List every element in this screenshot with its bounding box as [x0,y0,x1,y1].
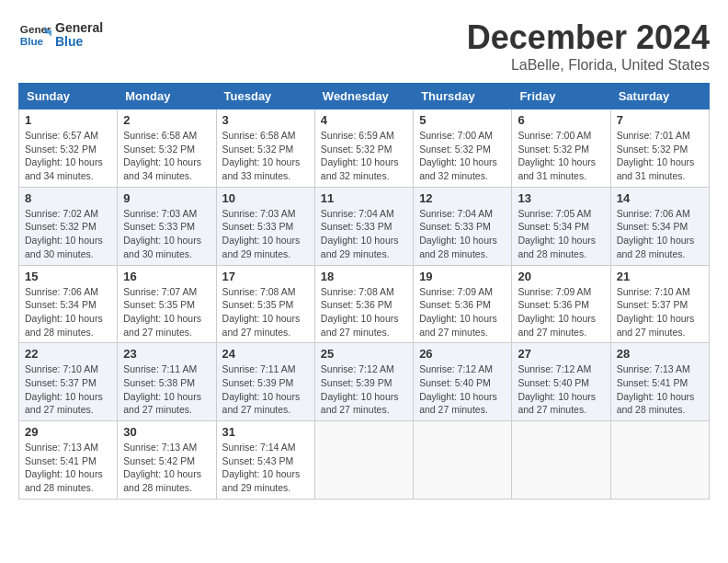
day-info: Sunrise: 7:12 AMSunset: 5:40 PMDaylight:… [518,362,604,417]
location-title: LaBelle, Florida, United States [467,57,710,74]
logo-line1: General [55,21,103,35]
calendar-cell: 16Sunrise: 7:07 AMSunset: 5:35 PMDayligh… [118,265,216,343]
calendar-cell: 26Sunrise: 7:12 AMSunset: 5:40 PMDayligh… [414,343,512,421]
day-number: 10 [222,191,309,205]
calendar-table: SundayMondayTuesdayWednesdayThursdayFrid… [18,83,710,500]
calendar-cell: 21Sunrise: 7:10 AMSunset: 5:37 PMDayligh… [610,265,709,343]
day-number: 27 [518,347,604,361]
day-number: 30 [123,425,210,439]
calendar-cell: 31Sunrise: 7:14 AMSunset: 5:43 PMDayligh… [216,421,314,500]
day-number: 13 [518,191,604,205]
day-number: 31 [222,425,309,439]
day-info: Sunrise: 7:04 AMSunset: 5:33 PMDaylight:… [419,207,506,261]
day-info: Sunrise: 7:02 AMSunset: 5:32 PMDaylight:… [25,207,111,261]
day-number: 18 [321,270,407,283]
day-info: Sunrise: 7:06 AMSunset: 5:34 PMDaylight:… [617,207,703,261]
day-info: Sunrise: 7:09 AMSunset: 5:36 PMDaylight:… [518,285,604,339]
day-number: 26 [419,347,506,361]
calendar-cell: 12Sunrise: 7:04 AMSunset: 5:33 PMDayligh… [414,187,512,265]
day-info: Sunrise: 7:05 AMSunset: 5:34 PMDaylight:… [518,207,604,261]
calendar-cell: 28Sunrise: 7:13 AMSunset: 5:41 PMDayligh… [610,343,709,421]
day-info: Sunrise: 7:08 AMSunset: 5:35 PMDaylight:… [222,285,309,339]
calendar-cell: 3Sunrise: 6:58 AMSunset: 5:32 PMDaylight… [216,109,314,188]
day-info: Sunrise: 7:00 AMSunset: 5:32 PMDaylight:… [419,129,506,183]
calendar-cell: 1Sunrise: 6:57 AMSunset: 5:32 PMDaylight… [19,109,118,188]
day-number: 28 [617,347,703,361]
day-info: Sunrise: 7:13 AMSunset: 5:42 PMDaylight:… [123,441,210,495]
day-info: Sunrise: 7:14 AMSunset: 5:43 PMDaylight:… [222,441,309,495]
calendar-cell: 17Sunrise: 7:08 AMSunset: 5:35 PMDayligh… [216,265,314,343]
logo: General Blue General Blue [18,18,103,52]
svg-text:Blue: Blue [20,35,44,47]
day-info: Sunrise: 7:11 AMSunset: 5:39 PMDaylight:… [222,362,309,417]
day-info: Sunrise: 7:01 AMSunset: 5:32 PMDaylight:… [617,129,703,183]
day-number: 17 [222,270,309,283]
calendar-cell: 5Sunrise: 7:00 AMSunset: 5:32 PMDaylight… [414,109,512,188]
day-info: Sunrise: 6:58 AMSunset: 5:32 PMDaylight:… [222,129,309,183]
day-info: Sunrise: 7:03 AMSunset: 5:33 PMDaylight:… [222,207,309,261]
day-info: Sunrise: 7:12 AMSunset: 5:40 PMDaylight:… [419,362,506,417]
day-number: 21 [617,270,703,283]
calendar-cell: 25Sunrise: 7:12 AMSunset: 5:39 PMDayligh… [314,343,413,421]
day-header-thursday: Thursday [414,84,512,109]
day-info: Sunrise: 7:06 AMSunset: 5:34 PMDaylight:… [25,285,111,339]
calendar-cell [610,421,709,500]
day-info: Sunrise: 7:00 AMSunset: 5:32 PMDaylight:… [518,129,604,183]
calendar-cell: 30Sunrise: 7:13 AMSunset: 5:42 PMDayligh… [118,421,216,500]
day-number: 19 [419,270,506,283]
day-info: Sunrise: 7:13 AMSunset: 5:41 PMDaylight:… [617,362,703,417]
calendar-cell: 4Sunrise: 6:59 AMSunset: 5:32 PMDaylight… [314,109,413,188]
header: General Blue General Blue December 2024 … [18,18,710,74]
day-info: Sunrise: 7:12 AMSunset: 5:39 PMDaylight:… [321,362,407,417]
calendar-cell [414,421,512,500]
day-info: Sunrise: 7:09 AMSunset: 5:36 PMDaylight:… [419,285,506,339]
calendar-cell: 10Sunrise: 7:03 AMSunset: 5:33 PMDayligh… [216,187,314,265]
day-number: 3 [222,113,309,127]
day-number: 24 [222,347,309,361]
day-info: Sunrise: 6:59 AMSunset: 5:32 PMDaylight:… [321,129,407,183]
calendar-cell: 11Sunrise: 7:04 AMSunset: 5:33 PMDayligh… [314,187,413,265]
day-number: 29 [25,425,111,439]
day-number: 11 [321,191,407,205]
day-number: 8 [25,191,111,205]
logo-line2: Blue [55,35,103,49]
day-info: Sunrise: 7:11 AMSunset: 5:38 PMDaylight:… [123,362,210,417]
month-title: December 2024 [467,18,710,57]
day-number: 5 [419,113,506,127]
calendar-cell: 9Sunrise: 7:03 AMSunset: 5:33 PMDaylight… [118,187,216,265]
calendar-cell: 8Sunrise: 7:02 AMSunset: 5:32 PMDaylight… [19,187,118,265]
day-info: Sunrise: 7:10 AMSunset: 5:37 PMDaylight:… [25,362,111,417]
calendar-cell: 7Sunrise: 7:01 AMSunset: 5:32 PMDaylight… [610,109,709,188]
day-number: 1 [25,113,111,127]
day-info: Sunrise: 7:07 AMSunset: 5:35 PMDaylight:… [123,285,210,339]
day-info: Sunrise: 7:08 AMSunset: 5:36 PMDaylight:… [321,285,407,339]
title-area: December 2024 LaBelle, Florida, United S… [467,18,710,74]
calendar-cell: 15Sunrise: 7:06 AMSunset: 5:34 PMDayligh… [19,265,118,343]
day-header-friday: Friday [512,84,610,109]
day-info: Sunrise: 7:03 AMSunset: 5:33 PMDaylight:… [123,207,210,261]
day-number: 20 [518,270,604,283]
calendar-cell: 19Sunrise: 7:09 AMSunset: 5:36 PMDayligh… [414,265,512,343]
calendar-cell: 29Sunrise: 7:13 AMSunset: 5:41 PMDayligh… [19,421,118,500]
calendar-cell: 2Sunrise: 6:58 AMSunset: 5:32 PMDaylight… [118,109,216,188]
calendar-cell: 18Sunrise: 7:08 AMSunset: 5:36 PMDayligh… [314,265,413,343]
day-header-wednesday: Wednesday [314,84,413,109]
logo-icon: General Blue [18,18,51,52]
calendar-cell: 22Sunrise: 7:10 AMSunset: 5:37 PMDayligh… [19,343,118,421]
day-number: 12 [419,191,506,205]
day-number: 22 [25,347,111,361]
calendar-cell: 20Sunrise: 7:09 AMSunset: 5:36 PMDayligh… [512,265,610,343]
calendar-cell [314,421,413,500]
day-header-sunday: Sunday [19,84,118,109]
day-number: 25 [321,347,407,361]
calendar-cell: 24Sunrise: 7:11 AMSunset: 5:39 PMDayligh… [216,343,314,421]
day-number: 7 [617,113,703,127]
day-number: 4 [321,113,407,127]
day-number: 9 [123,191,210,205]
day-info: Sunrise: 6:58 AMSunset: 5:32 PMDaylight:… [123,129,210,183]
calendar-cell: 27Sunrise: 7:12 AMSunset: 5:40 PMDayligh… [512,343,610,421]
day-number: 14 [617,191,703,205]
day-info: Sunrise: 7:13 AMSunset: 5:41 PMDaylight:… [25,441,111,495]
day-number: 15 [25,270,111,283]
day-header-saturday: Saturday [610,84,709,109]
